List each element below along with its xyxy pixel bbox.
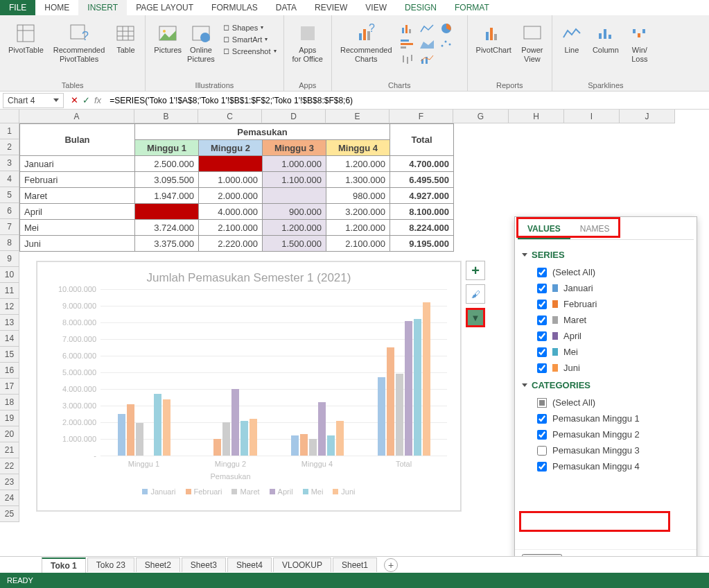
screenshot-button[interactable]: ◻ Screenshot ▾ bbox=[222, 46, 278, 56]
tab-design[interactable]: DESIGN bbox=[396, 0, 446, 15]
col-header-C[interactable]: C bbox=[198, 110, 262, 123]
checkbox[interactable] bbox=[537, 462, 547, 472]
sheet-tab-vlookup[interactable]: VLOOKUP bbox=[273, 557, 331, 572]
checkbox[interactable] bbox=[537, 363, 547, 373]
row-header-14[interactable]: 14 bbox=[0, 331, 19, 347]
checkbox[interactable] bbox=[537, 446, 547, 456]
category-item[interactable]: Pemasukan Minggu 3 bbox=[522, 442, 690, 458]
row-header-4[interactable]: 4 bbox=[0, 171, 19, 187]
series-section-header[interactable]: SERIES bbox=[522, 250, 690, 260]
categories-select-all[interactable]: (Select All) bbox=[522, 395, 690, 410]
tab-formulas[interactable]: FORMULAS bbox=[202, 0, 267, 15]
chart-type-combo-icon[interactable] bbox=[419, 53, 435, 65]
checkbox[interactable] bbox=[537, 284, 547, 293]
embedded-chart[interactable]: Jumlah Pemasukan Semester 1 (2021) 10.00… bbox=[36, 261, 462, 512]
chart-title[interactable]: Jumlah Pemasukan Semester 1 (2021) bbox=[37, 261, 461, 289]
pictures-button[interactable]: Pictures bbox=[151, 18, 184, 74]
col-header-E[interactable]: E bbox=[326, 110, 389, 123]
chart-type-scatter-icon[interactable] bbox=[438, 37, 455, 50]
chart-type-line-icon[interactable] bbox=[419, 22, 435, 35]
column-button[interactable]: Column bbox=[590, 18, 622, 74]
checkbox[interactable] bbox=[537, 331, 547, 341]
cancel-icon[interactable]: ✕ bbox=[71, 95, 78, 105]
chart-plot-area[interactable]: 10.000.0009.000.0008.000.0007.000.0006.0… bbox=[100, 289, 447, 456]
col-header-B[interactable]: B bbox=[134, 110, 198, 123]
col-header-F[interactable]: F bbox=[389, 110, 453, 123]
row-header-20[interactable]: 20 bbox=[0, 426, 19, 442]
series-item-januari[interactable]: Januari bbox=[522, 280, 690, 296]
enter-icon[interactable]: ✓ bbox=[82, 95, 90, 105]
row-header-16[interactable]: 16 bbox=[0, 363, 19, 379]
tab-view[interactable]: VIEW bbox=[356, 0, 396, 15]
checkbox[interactable] bbox=[537, 315, 547, 325]
series-item-juni[interactable]: Juni bbox=[522, 360, 690, 376]
shapes-button[interactable]: ◻ Shapes ▾ bbox=[222, 22, 278, 33]
chart-type-stock-icon[interactable] bbox=[399, 53, 416, 65]
power-view-button[interactable]: PowerView bbox=[518, 18, 546, 74]
row-header-5[interactable]: 5 bbox=[0, 187, 19, 203]
col-header-A[interactable]: A bbox=[19, 110, 134, 123]
pivottable-button[interactable]: PivotTable bbox=[6, 18, 46, 74]
apps-for-office-button[interactable]: Appsfor Office bbox=[290, 18, 326, 74]
row-header-7[interactable]: 7 bbox=[0, 219, 19, 235]
row-header-1[interactable]: 1 bbox=[0, 123, 19, 139]
sheet-tab-toko-23[interactable]: Toko 23 bbox=[87, 557, 134, 572]
category-item[interactable]: Pemasukan Minggu 2 bbox=[522, 426, 690, 442]
fx-icon[interactable]: fx bbox=[94, 95, 101, 105]
categories-section-header[interactable]: CATEGORIES bbox=[522, 380, 690, 390]
sheet-tab-sheet4[interactable]: Sheet4 bbox=[227, 557, 272, 572]
row-header-11[interactable]: 11 bbox=[0, 283, 19, 299]
chart-elements-button[interactable]: + bbox=[466, 261, 485, 280]
series-item-februari[interactable]: Februari bbox=[522, 296, 690, 312]
col-header-H[interactable]: H bbox=[509, 110, 564, 123]
select-all-corner[interactable] bbox=[0, 110, 19, 123]
row-header-19[interactable]: 19 bbox=[0, 410, 19, 426]
formula-input[interactable] bbox=[105, 93, 709, 108]
col-header-D[interactable]: D bbox=[262, 110, 326, 123]
chart-type-area-icon[interactable] bbox=[419, 37, 435, 50]
row-header-18[interactable]: 18 bbox=[0, 395, 19, 410]
col-header-I[interactable]: I bbox=[564, 110, 620, 123]
tab-insert[interactable]: INSERT bbox=[78, 0, 127, 15]
online-pictures-button[interactable]: OnlinePictures bbox=[184, 18, 218, 74]
add-sheet-button[interactable]: + bbox=[384, 558, 398, 572]
row-header-6[interactable]: 6 bbox=[0, 203, 19, 219]
chart-styles-button[interactable]: 🖌 bbox=[466, 284, 485, 304]
sheet-tab-sheet2[interactable]: Sheet2 bbox=[136, 557, 180, 572]
row-header-24[interactable]: 24 bbox=[0, 490, 19, 506]
row-header-9[interactable]: 9 bbox=[0, 251, 19, 267]
row-header-15[interactable]: 15 bbox=[0, 347, 19, 363]
pivotchart-button[interactable]: PivotChart bbox=[473, 18, 514, 74]
tab-review[interactable]: REVIEW bbox=[306, 0, 356, 15]
series-select-all[interactable]: (Select All) bbox=[522, 264, 690, 280]
checkbox[interactable] bbox=[537, 300, 547, 309]
row-header-17[interactable]: 17 bbox=[0, 379, 19, 395]
series-item-april[interactable]: April bbox=[522, 328, 690, 344]
checkbox[interactable] bbox=[537, 430, 547, 440]
line-button[interactable]: Line bbox=[558, 18, 586, 74]
tab-home[interactable]: HOME bbox=[35, 0, 78, 15]
row-header-22[interactable]: 22 bbox=[0, 458, 19, 474]
recommended-charts-button[interactable]: ?RecommendedCharts bbox=[338, 18, 395, 74]
category-item[interactable]: Pemasukan Minggu 1 bbox=[522, 410, 690, 426]
sheet-tab-sheet1[interactable]: Sheet1 bbox=[333, 557, 377, 572]
row-header-10[interactable]: 10 bbox=[0, 267, 19, 283]
cells[interactable]: BulanPemasukanTotalMinggu 1Minggu 2Mingg… bbox=[19, 123, 454, 252]
tab-page-layout[interactable]: PAGE LAYOUT bbox=[127, 0, 202, 15]
col-header-J[interactable]: J bbox=[620, 110, 675, 123]
chart-type-column-icon[interactable] bbox=[399, 22, 416, 35]
chart-type-pie-icon[interactable] bbox=[438, 22, 455, 35]
category-item[interactable]: Pemasukan Minggu 4 bbox=[522, 458, 690, 474]
tab-data[interactable]: DATA bbox=[267, 0, 306, 15]
checkbox[interactable] bbox=[537, 414, 547, 424]
row-header-23[interactable]: 23 bbox=[0, 474, 19, 490]
row-header-12[interactable]: 12 bbox=[0, 299, 19, 315]
smartart-button[interactable]: ◻ SmartArt ▾ bbox=[222, 34, 278, 44]
recommended-pivottables-button[interactable]: ?RecommendedPivotTables bbox=[51, 18, 108, 74]
checkbox[interactable] bbox=[537, 398, 547, 408]
tab-format[interactable]: FORMAT bbox=[446, 0, 498, 15]
win-loss-button[interactable]: Win/Loss bbox=[626, 18, 654, 74]
row-header-8[interactable]: 8 bbox=[0, 235, 19, 251]
row-header-2[interactable]: 2 bbox=[0, 139, 19, 155]
col-header-G[interactable]: G bbox=[453, 110, 509, 123]
